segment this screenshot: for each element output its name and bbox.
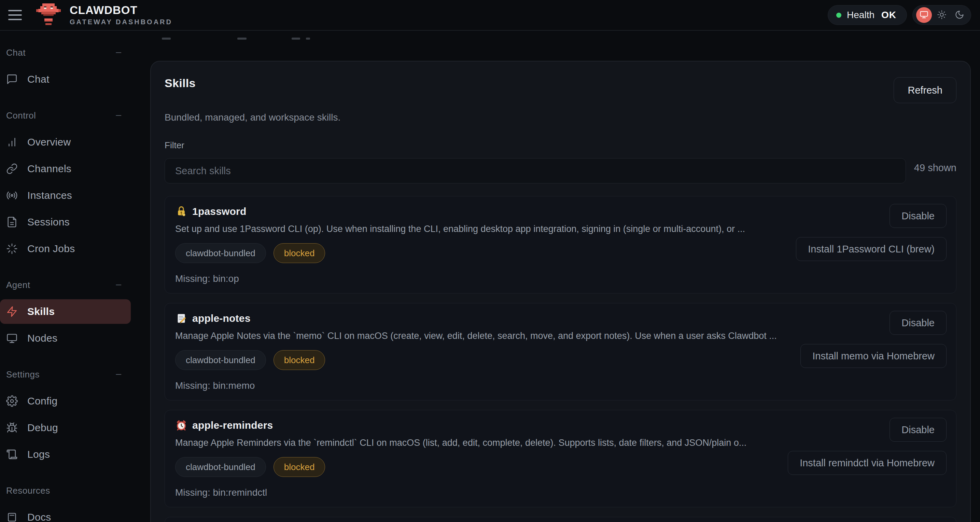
menu-icon[interactable] (8, 7, 27, 23)
health-label: Health (847, 10, 875, 21)
install-button[interactable]: Install memo via Homebrew (800, 344, 947, 368)
memo-icon (175, 312, 188, 324)
missing-requirement: Missing: bin:remindctl (175, 487, 946, 498)
instances-icon (6, 190, 18, 201)
tag-clawdbot-bundled: clawdbot-bundled (175, 457, 266, 477)
sidebar-item-label: Cron Jobs (27, 243, 75, 254)
section-label: Chat (6, 48, 25, 58)
debug-icon (6, 422, 18, 434)
sidebar-item-logs[interactable]: Logs (0, 442, 131, 467)
tag-clawdbot-bundled: clawdbot-bundled (175, 350, 266, 370)
sidebar-item-docs[interactable]: Docs (0, 505, 131, 522)
skill-name: 1password (192, 206, 247, 217)
dark-theme-button[interactable] (952, 7, 967, 23)
disable-button[interactable]: Disable (889, 418, 947, 442)
disable-button[interactable]: Disable (889, 311, 947, 335)
skill-description: Manage Apple Notes via the `memo` CLI on… (175, 331, 824, 341)
skill-card-apple-reminders: apple-reminders Manage Apple Reminders v… (165, 410, 956, 507)
missing-requirement: Missing: bin:op (175, 273, 946, 284)
logs-icon (6, 449, 18, 460)
section-label: Control (6, 110, 36, 121)
skill-card-apple-notes: apple-notes Manage Apple Notes via the `… (165, 303, 956, 401)
main-content: Skills Refresh Bundled, managed, and wor… (131, 31, 980, 522)
chat-icon (6, 73, 18, 85)
missing-requirement: Missing: bin:memo (175, 380, 946, 391)
sidebar-item-skills[interactable]: Skills (0, 299, 131, 324)
cron-icon (6, 243, 18, 254)
tag-blocked: blocked (274, 243, 325, 263)
sidebar-item-nodes[interactable]: Nodes (0, 326, 131, 351)
health-status-dot (836, 13, 842, 18)
skill-name: apple-notes (192, 313, 251, 324)
app-title: CLAWDBOT (70, 4, 172, 16)
nodes-icon (6, 332, 18, 344)
top-bar: CLAWDBOT GATEWAY DASHBOARD Health OK (0, 0, 980, 31)
sidebar-section-chat: Chat – Chat (0, 46, 131, 91)
section-collapse-icon[interactable]: – (116, 369, 121, 378)
section-collapse-icon[interactable]: – (116, 110, 121, 120)
moon-icon (955, 10, 964, 21)
page-title: Skills (165, 77, 196, 90)
theme-switcher (912, 5, 971, 25)
brand-block: CLAWDBOT GATEWAY DASHBOARD (70, 4, 172, 26)
sidebar-item-overview[interactable]: Overview (0, 130, 131, 155)
sidebar-item-label: Logs (27, 449, 50, 460)
sidebar-item-channels[interactable]: Channels (0, 156, 131, 181)
docs-icon (6, 511, 18, 522)
sidebar-item-label: Chat (27, 73, 49, 85)
sidebar-section-settings: Settings – Config Debug Logs (0, 368, 131, 467)
app-subtitle: GATEWAY DASHBOARD (70, 18, 172, 26)
section-label: Settings (6, 369, 40, 380)
install-button[interactable]: Install remindctl via Homebrew (788, 451, 947, 475)
section-collapse-icon[interactable]: – (116, 47, 121, 57)
skill-description: Set up and use 1Password CLI (op). Use w… (175, 224, 824, 235)
shown-count: 49 shown (914, 158, 956, 174)
sidebar-item-label: Overview (27, 136, 71, 148)
page-subtitle: Bundled, managed, and workspace skills. (165, 112, 956, 123)
sun-icon (937, 10, 947, 21)
install-button[interactable]: Install 1Password CLI (brew) (796, 237, 947, 261)
sidebar-item-instances[interactable]: Instances (0, 183, 131, 208)
sidebar-item-label: Skills (27, 306, 55, 318)
refresh-button[interactable]: Refresh (894, 77, 956, 103)
tag-blocked: blocked (274, 350, 325, 370)
sessions-icon (6, 216, 18, 228)
skills-icon (6, 306, 18, 318)
sidebar-item-cron-jobs[interactable]: Cron Jobs (0, 236, 131, 261)
health-badge: Health OK (828, 5, 907, 25)
clawdbot-logo-icon (36, 2, 61, 29)
sidebar-item-sessions[interactable]: Sessions (0, 210, 131, 235)
light-theme-button[interactable] (934, 7, 950, 23)
sidebar-item-label: Channels (27, 163, 72, 174)
sidebar-item-debug[interactable]: Debug (0, 415, 131, 440)
alarm-clock-icon (175, 419, 188, 431)
overview-icon (6, 136, 18, 148)
tag-clawdbot-bundled: clawdbot-bundled (175, 243, 266, 263)
section-label: Agent (6, 280, 30, 291)
skill-card-1password: 1password Set up and use 1Password CLI (… (165, 196, 956, 294)
system-theme-button[interactable] (916, 7, 932, 23)
skill-list: 1password Set up and use 1Password CLI (… (165, 196, 956, 522)
sidebar-item-label: Sessions (27, 216, 70, 228)
sidebar-section-control: Control – Overview Channels Instances (0, 109, 131, 261)
search-input[interactable] (165, 158, 906, 184)
disable-button[interactable]: Disable (889, 204, 947, 228)
sidebar-item-chat[interactable]: Chat (0, 67, 131, 91)
monitor-icon (919, 10, 929, 21)
skill-name: apple-reminders (192, 420, 273, 431)
sidebar-item-label: Instances (27, 190, 72, 201)
skill-card-bear-notes: bear-notes Create, search, and manage Be… (165, 517, 956, 522)
sidebar-section-agent: Agent – Skills Nodes (0, 279, 131, 351)
skill-description: Manage Apple Reminders via the `remindct… (175, 437, 824, 448)
sidebar-item-config[interactable]: Config (0, 389, 131, 413)
section-label: Resources (6, 485, 50, 496)
sidebar-item-label: Config (27, 395, 58, 407)
channels-icon (6, 163, 18, 174)
sidebar-item-label: Debug (27, 422, 58, 434)
sidebar-item-label: Docs (27, 511, 51, 522)
health-status-value: OK (881, 10, 896, 21)
config-icon (6, 395, 18, 407)
tag-blocked: blocked (274, 457, 325, 477)
sidebar: Chat – Chat Control – Overview (0, 31, 131, 522)
section-collapse-icon[interactable]: – (116, 279, 121, 289)
